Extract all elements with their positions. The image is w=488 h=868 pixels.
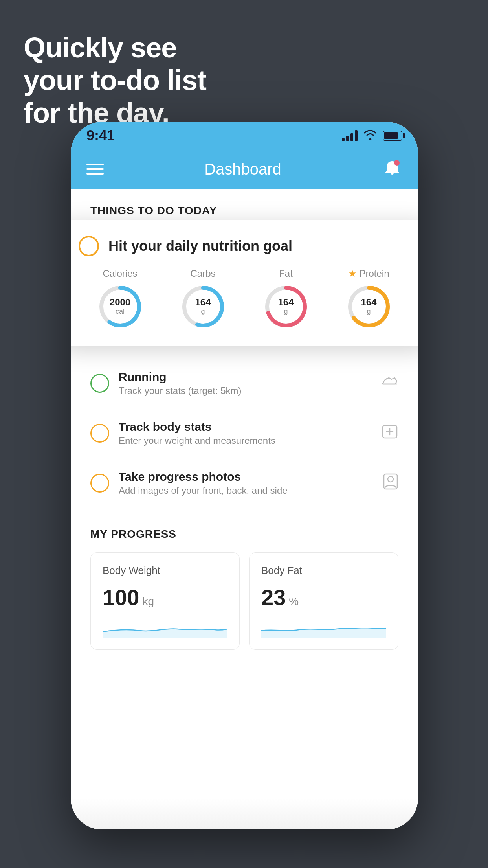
- notification-bell-icon[interactable]: [382, 159, 402, 179]
- carbs-donut: 164 g: [180, 283, 227, 330]
- body-weight-value-row: 100 kg: [103, 585, 227, 610]
- todo-text-running: Running Track your stats (target: 5km): [119, 370, 372, 396]
- portrait-icon: [383, 473, 398, 494]
- svg-point-0: [394, 160, 400, 166]
- todo-list: Running Track your stats (target: 5km) T…: [71, 359, 418, 508]
- todo-circle-running: [90, 374, 109, 393]
- body-fat-value-row: 23 %: [261, 585, 386, 610]
- star-icon: ★: [348, 268, 357, 279]
- scale-icon: [381, 424, 398, 443]
- svg-point-11: [388, 476, 393, 482]
- protein-value: 164: [361, 297, 376, 307]
- nutrition-item-calories: Calories 2000 cal: [97, 268, 144, 330]
- body-fat-card[interactable]: Body Fat 23 %: [249, 552, 398, 650]
- progress-section: MY PROGRESS Body Weight 100 kg: [71, 508, 418, 662]
- status-icons: [342, 129, 402, 143]
- body-fat-chart: [261, 618, 386, 638]
- nutrition-card-title: Hit your daily nutrition goal: [108, 238, 292, 254]
- fat-unit: g: [278, 308, 294, 316]
- wifi-icon: [363, 129, 377, 143]
- todo-circle-progress-photos: [90, 474, 109, 493]
- todo-text-progress-photos: Take progress photos Add images of your …: [119, 470, 373, 496]
- carbs-unit: g: [195, 308, 211, 316]
- nutrition-card: Hit your daily nutrition goal Calories 2…: [71, 220, 418, 346]
- todo-text-body-stats: Track body stats Enter your weight and m…: [119, 420, 372, 446]
- battery-icon: [383, 131, 402, 141]
- status-bar: 9:41: [71, 122, 418, 149]
- calories-label: Calories: [103, 268, 137, 279]
- body-fat-title: Body Fat: [261, 565, 386, 577]
- progress-photos-subtitle: Add images of your front, back, and side: [119, 485, 373, 496]
- calories-value: 2000: [110, 297, 130, 307]
- body-fat-unit: %: [289, 595, 299, 608]
- body-weight-unit: kg: [142, 595, 154, 608]
- shoe-icon: [381, 375, 398, 392]
- body-stats-title: Track body stats: [119, 420, 372, 434]
- headline: Quickly see your to-do list for the day.: [24, 31, 206, 129]
- todo-item-running[interactable]: Running Track your stats (target: 5km): [90, 359, 398, 408]
- body-stats-subtitle: Enter your weight and measurements: [119, 435, 372, 446]
- fat-value: 164: [278, 297, 294, 307]
- running-title: Running: [119, 370, 372, 384]
- header-title: Dashboard: [204, 160, 281, 178]
- bottom-fade: [71, 798, 418, 829]
- phone-frame: 9:41 Dashboard: [71, 122, 418, 829]
- body-fat-value: 23: [261, 585, 286, 610]
- progress-header: MY PROGRESS: [90, 528, 398, 541]
- body-weight-chart: [103, 618, 227, 638]
- nutrition-item-protein: ★ Protein 164 g: [345, 268, 393, 330]
- carbs-value: 164: [195, 297, 211, 307]
- app-header: Dashboard: [71, 149, 418, 189]
- progress-cards: Body Weight 100 kg Body Fat: [90, 552, 398, 650]
- body-weight-card[interactable]: Body Weight 100 kg: [90, 552, 240, 650]
- body-weight-value: 100: [103, 585, 139, 610]
- protein-label: ★ Protein: [348, 268, 389, 279]
- nutrition-item-carbs: Carbs 164 g: [180, 268, 227, 330]
- running-subtitle: Track your stats (target: 5km): [119, 385, 372, 396]
- todo-circle-body-stats: [90, 424, 109, 443]
- todo-circle-nutrition[interactable]: [79, 236, 99, 256]
- hamburger-menu[interactable]: [86, 164, 104, 175]
- calories-unit: cal: [110, 308, 130, 316]
- nutrition-item-fat: Fat 164 g: [262, 268, 310, 330]
- status-time: 9:41: [86, 127, 115, 144]
- nutrition-goals: Calories 2000 cal Carbs: [79, 268, 410, 330]
- progress-photos-title: Take progress photos: [119, 470, 373, 484]
- todo-item-body-stats[interactable]: Track body stats Enter your weight and m…: [90, 408, 398, 458]
- todo-item-progress-photos[interactable]: Take progress photos Add images of your …: [90, 458, 398, 508]
- carbs-label: Carbs: [190, 268, 215, 279]
- things-to-do-header: THINGS TO DO TODAY: [71, 189, 418, 225]
- calories-donut: 2000 cal: [97, 283, 144, 330]
- protein-donut: 164 g: [345, 283, 393, 330]
- fat-label: Fat: [279, 268, 293, 279]
- fat-donut: 164 g: [262, 283, 310, 330]
- main-content: THINGS TO DO TODAY Hit your daily nutrit…: [71, 189, 418, 829]
- body-weight-title: Body Weight: [103, 565, 227, 577]
- signal-icon: [342, 130, 358, 141]
- protein-unit: g: [361, 308, 376, 316]
